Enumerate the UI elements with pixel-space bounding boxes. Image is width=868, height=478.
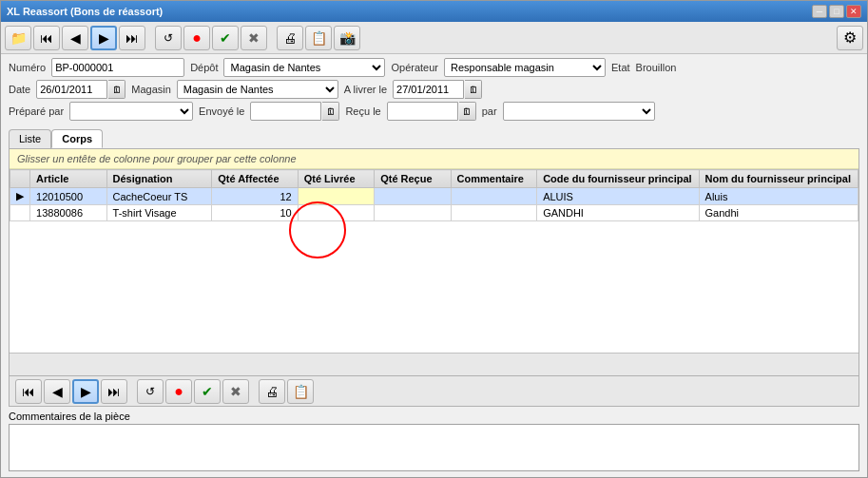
forward-button[interactable]: ▶ [90, 26, 117, 50]
bottom-toolbar: ⏮ ◀ ▶ ⏭ ↺ ● ✔ ✖ 🖨 📋 [9, 376, 859, 407]
cell-commentaire-2 [451, 205, 537, 221]
cell-article-1: 12010500 [30, 188, 106, 205]
numero-input[interactable] [51, 58, 184, 77]
depot-label: Dépôt [190, 62, 218, 73]
a-livrer-le-input[interactable] [393, 80, 464, 99]
comments-area: Commentaires de la pièce [1, 407, 867, 477]
cell-qte-livree-1[interactable] [298, 188, 374, 205]
close-button[interactable]: ✕ [846, 5, 861, 18]
maximize-button[interactable]: □ [829, 5, 844, 18]
print-button[interactable]: 🖨 [277, 26, 303, 50]
bt-print-button[interactable]: 🖨 [259, 379, 285, 404]
date-input[interactable] [36, 80, 107, 99]
form-row-1: Numéro Dépôt Magasin de Nantes Opérateur… [9, 58, 859, 77]
table-header-row: Article Désignation Qté Affectée Qté Liv… [10, 170, 858, 188]
recu-le-input[interactable] [387, 102, 458, 121]
cell-qte-affectee-2: 10 [212, 205, 299, 221]
operateur-select[interactable]: Responsable magasin [444, 58, 606, 77]
refresh-button[interactable]: ↺ [155, 26, 182, 50]
col-code-fournisseur-header[interactable]: Code du fournisseur principal [537, 170, 699, 188]
minimize-button[interactable]: ─ [812, 5, 827, 18]
magasin-label: Magasin [131, 84, 171, 95]
back-button[interactable]: ◀ [62, 26, 88, 50]
cell-qte-affectee-1: 12 [212, 188, 299, 205]
envoye-le-label: Envoyé le [199, 105, 244, 117]
bt-back-button[interactable]: ◀ [44, 379, 70, 404]
a-livrer-le-label: A livrer le [344, 84, 387, 95]
cell-commentaire-1 [451, 188, 537, 205]
magasin-select[interactable]: Magasin de Nantes [177, 80, 338, 99]
numero-label: Numéro [9, 62, 46, 73]
col-indicator-header [10, 170, 30, 188]
form-area: Numéro Dépôt Magasin de Nantes Opérateur… [1, 54, 867, 127]
col-commentaire-header[interactable]: Commentaire [451, 170, 537, 188]
col-qte-affectee-header[interactable]: Qté Affectée [212, 170, 299, 188]
table-footer [10, 353, 858, 375]
etat-value: Brouillon [636, 62, 677, 73]
row-indicator-1: ▶ [10, 188, 30, 205]
bt-stop-button[interactable]: ● [165, 379, 192, 404]
title-bar: XL Reassort (Bons de réassort) ─ □ ✕ [1, 1, 867, 22]
settings-button[interactable]: ⚙ [837, 26, 863, 50]
folder-button[interactable]: 📁 [5, 26, 31, 50]
envoye-le-calendar-button[interactable]: 🗓 [322, 102, 339, 121]
form-row-2: Date 🗓 Magasin Magasin de Nantes A livre… [9, 80, 859, 99]
cell-nom-fournisseur-1: Aluis [699, 188, 858, 205]
a-livrer-le-wrap: 🗓 [393, 80, 482, 99]
bt-refresh-button[interactable]: ↺ [137, 379, 164, 404]
title-bar-controls: ─ □ ✕ [812, 5, 861, 18]
cell-article-2: 13880086 [30, 205, 106, 221]
recu-le-wrap: 🗓 [387, 102, 476, 121]
col-article-header[interactable]: Article [30, 170, 106, 188]
bt-export-button[interactable]: 📋 [287, 379, 314, 404]
recu-le-calendar-button[interactable]: 🗓 [459, 102, 476, 121]
col-qte-recue-header[interactable]: Qté Reçue [375, 170, 451, 188]
bt-back-start-button[interactable]: ⏮ [15, 379, 42, 404]
tab-liste[interactable]: Liste [9, 129, 51, 148]
cell-qte-livree-2[interactable] [298, 205, 374, 221]
envoye-le-input[interactable] [250, 102, 321, 121]
cell-code-fournisseur-1: ALUIS [537, 188, 699, 205]
group-hint: Glisser un entête de colonne pour groupe… [10, 149, 858, 169]
tabs-area: Liste Corps [1, 127, 867, 148]
table-row[interactable]: ▶ 12010500 CacheCoeur TS 12 ALUIS Aluis [10, 188, 858, 205]
prepare-par-label: Préparé par [9, 105, 64, 117]
cell-code-fournisseur-2: GANDHI [537, 205, 699, 221]
cell-nom-fournisseur-2: Gandhi [699, 205, 858, 221]
forward-end-button[interactable]: ⏭ [119, 26, 145, 50]
back-start-button[interactable]: ⏮ [33, 26, 60, 50]
col-designation-header[interactable]: Désignation [106, 170, 212, 188]
envoye-le-wrap: 🗓 [250, 102, 339, 121]
etat-label: Etat [611, 62, 630, 73]
date-wrap: 🗓 [36, 80, 125, 99]
stop-button[interactable]: ● [183, 26, 210, 50]
data-table: Article Désignation Qté Affectée Qté Liv… [10, 169, 858, 221]
delete-button[interactable]: ✖ [241, 26, 267, 50]
cell-qte-recue-2 [375, 205, 451, 221]
bt-forward-end-button[interactable]: ⏭ [101, 379, 127, 404]
date-calendar-button[interactable]: 🗓 [108, 80, 125, 99]
prepare-par-select[interactable] [69, 102, 193, 121]
date-label: Date [9, 84, 30, 95]
bt-check-button[interactable]: ✔ [194, 379, 221, 404]
bt-delete-button[interactable]: ✖ [222, 379, 249, 404]
depot-select[interactable]: Magasin de Nantes [223, 58, 385, 77]
cell-qte-recue-1 [375, 188, 451, 205]
camera-button[interactable]: 📸 [334, 26, 360, 50]
operateur-label: Opérateur [391, 62, 438, 73]
form-row-3: Préparé par Envoyé le 🗓 Reçu le 🗓 par [9, 102, 859, 121]
check-button[interactable]: ✔ [212, 26, 239, 50]
content-area: Glisser un entête de colonne pour groupe… [9, 148, 859, 376]
col-qte-livree-header[interactable]: Qté Livrée [298, 170, 374, 188]
par-select[interactable] [503, 102, 655, 121]
clipboard-button[interactable]: 📋 [305, 26, 332, 50]
main-toolbar: 📁 ⏮ ◀ ▶ ⏭ ↺ ● ✔ ✖ 🖨 📋 📸 ⚙ [1, 22, 867, 54]
bt-forward-button[interactable]: ▶ [72, 379, 99, 404]
comments-input[interactable] [9, 424, 859, 471]
col-nom-fournisseur-header[interactable]: Nom du fournisseur principal [699, 170, 858, 188]
table-wrap[interactable]: Article Désignation Qté Affectée Qté Liv… [10, 169, 858, 353]
recu-le-label: Reçu le [345, 105, 380, 117]
a-livrer-le-calendar-button[interactable]: 🗓 [465, 80, 482, 99]
tab-corps[interactable]: Corps [51, 129, 103, 148]
table-row[interactable]: 13880086 T-shirt Visage 10 GANDHI Gandhi [10, 205, 858, 221]
